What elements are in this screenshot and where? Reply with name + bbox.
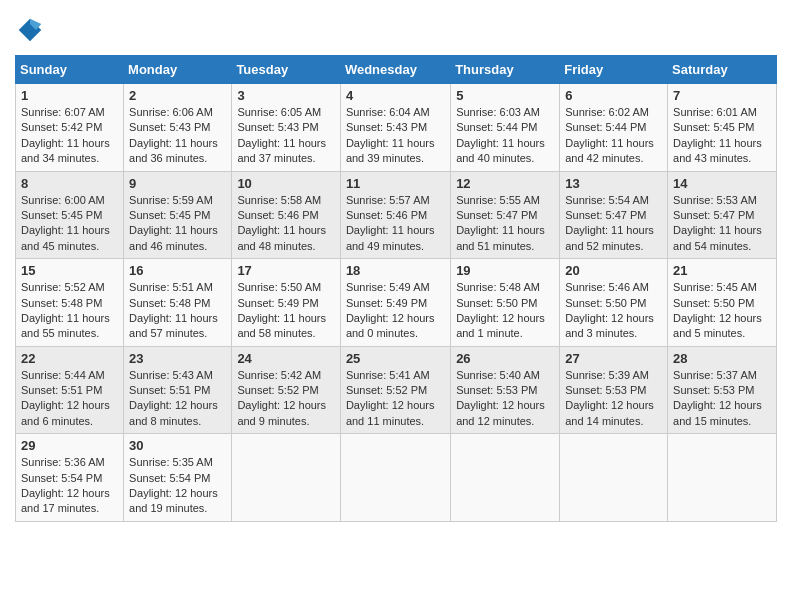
day-info: Sunrise: 5:37 AMSunset: 5:53 PMDaylight:… xyxy=(673,368,771,430)
day-info: Sunrise: 5:44 AMSunset: 5:51 PMDaylight:… xyxy=(21,368,118,430)
calendar-week-5: 29 Sunrise: 5:36 AMSunset: 5:54 PMDaylig… xyxy=(16,434,777,522)
day-number: 12 xyxy=(456,176,554,191)
calendar-cell: 24 Sunrise: 5:42 AMSunset: 5:52 PMDaylig… xyxy=(232,346,341,434)
calendar-table: SundayMondayTuesdayWednesdayThursdayFrid… xyxy=(15,55,777,522)
day-info: Sunrise: 6:00 AMSunset: 5:45 PMDaylight:… xyxy=(21,193,118,255)
calendar-week-3: 15 Sunrise: 5:52 AMSunset: 5:48 PMDaylig… xyxy=(16,259,777,347)
day-number: 1 xyxy=(21,88,118,103)
calendar-cell: 5 Sunrise: 6:03 AMSunset: 5:44 PMDayligh… xyxy=(451,84,560,172)
day-number: 22 xyxy=(21,351,118,366)
day-info: Sunrise: 5:50 AMSunset: 5:49 PMDaylight:… xyxy=(237,280,335,342)
calendar-cell: 12 Sunrise: 5:55 AMSunset: 5:47 PMDaylig… xyxy=(451,171,560,259)
calendar-cell: 29 Sunrise: 5:36 AMSunset: 5:54 PMDaylig… xyxy=(16,434,124,522)
day-number: 13 xyxy=(565,176,662,191)
day-info: Sunrise: 5:51 AMSunset: 5:48 PMDaylight:… xyxy=(129,280,226,342)
day-number: 7 xyxy=(673,88,771,103)
calendar-cell xyxy=(451,434,560,522)
day-header-friday: Friday xyxy=(560,56,668,84)
day-number: 21 xyxy=(673,263,771,278)
logo-icon xyxy=(15,15,45,45)
calendar-cell: 7 Sunrise: 6:01 AMSunset: 5:45 PMDayligh… xyxy=(668,84,777,172)
calendar-cell: 27 Sunrise: 5:39 AMSunset: 5:53 PMDaylig… xyxy=(560,346,668,434)
calendar-header-row: SundayMondayTuesdayWednesdayThursdayFrid… xyxy=(16,56,777,84)
day-number: 17 xyxy=(237,263,335,278)
day-number: 15 xyxy=(21,263,118,278)
day-info: Sunrise: 5:35 AMSunset: 5:54 PMDaylight:… xyxy=(129,455,226,517)
calendar-cell: 26 Sunrise: 5:40 AMSunset: 5:53 PMDaylig… xyxy=(451,346,560,434)
day-info: Sunrise: 5:53 AMSunset: 5:47 PMDaylight:… xyxy=(673,193,771,255)
day-info: Sunrise: 5:40 AMSunset: 5:53 PMDaylight:… xyxy=(456,368,554,430)
calendar-cell: 25 Sunrise: 5:41 AMSunset: 5:52 PMDaylig… xyxy=(340,346,450,434)
calendar-cell: 28 Sunrise: 5:37 AMSunset: 5:53 PMDaylig… xyxy=(668,346,777,434)
day-header-tuesday: Tuesday xyxy=(232,56,341,84)
day-info: Sunrise: 5:43 AMSunset: 5:51 PMDaylight:… xyxy=(129,368,226,430)
day-info: Sunrise: 6:04 AMSunset: 5:43 PMDaylight:… xyxy=(346,105,445,167)
day-number: 10 xyxy=(237,176,335,191)
day-info: Sunrise: 6:07 AMSunset: 5:42 PMDaylight:… xyxy=(21,105,118,167)
calendar-cell xyxy=(340,434,450,522)
day-info: Sunrise: 5:45 AMSunset: 5:50 PMDaylight:… xyxy=(673,280,771,342)
day-info: Sunrise: 5:39 AMSunset: 5:53 PMDaylight:… xyxy=(565,368,662,430)
day-info: Sunrise: 5:41 AMSunset: 5:52 PMDaylight:… xyxy=(346,368,445,430)
logo xyxy=(15,15,49,45)
day-number: 2 xyxy=(129,88,226,103)
day-number: 5 xyxy=(456,88,554,103)
calendar-cell: 30 Sunrise: 5:35 AMSunset: 5:54 PMDaylig… xyxy=(124,434,232,522)
day-number: 26 xyxy=(456,351,554,366)
calendar-cell: 14 Sunrise: 5:53 AMSunset: 5:47 PMDaylig… xyxy=(668,171,777,259)
day-info: Sunrise: 6:01 AMSunset: 5:45 PMDaylight:… xyxy=(673,105,771,167)
day-info: Sunrise: 5:36 AMSunset: 5:54 PMDaylight:… xyxy=(21,455,118,517)
calendar-week-2: 8 Sunrise: 6:00 AMSunset: 5:45 PMDayligh… xyxy=(16,171,777,259)
day-info: Sunrise: 5:48 AMSunset: 5:50 PMDaylight:… xyxy=(456,280,554,342)
day-number: 24 xyxy=(237,351,335,366)
day-header-monday: Monday xyxy=(124,56,232,84)
day-number: 30 xyxy=(129,438,226,453)
day-info: Sunrise: 6:06 AMSunset: 5:43 PMDaylight:… xyxy=(129,105,226,167)
day-info: Sunrise: 6:03 AMSunset: 5:44 PMDaylight:… xyxy=(456,105,554,167)
calendar-cell xyxy=(668,434,777,522)
calendar-week-1: 1 Sunrise: 6:07 AMSunset: 5:42 PMDayligh… xyxy=(16,84,777,172)
day-info: Sunrise: 5:54 AMSunset: 5:47 PMDaylight:… xyxy=(565,193,662,255)
day-info: Sunrise: 6:05 AMSunset: 5:43 PMDaylight:… xyxy=(237,105,335,167)
calendar-cell: 2 Sunrise: 6:06 AMSunset: 5:43 PMDayligh… xyxy=(124,84,232,172)
calendar-cell: 4 Sunrise: 6:04 AMSunset: 5:43 PMDayligh… xyxy=(340,84,450,172)
day-number: 4 xyxy=(346,88,445,103)
day-number: 14 xyxy=(673,176,771,191)
calendar-cell xyxy=(232,434,341,522)
day-number: 23 xyxy=(129,351,226,366)
day-info: Sunrise: 5:49 AMSunset: 5:49 PMDaylight:… xyxy=(346,280,445,342)
calendar-cell: 9 Sunrise: 5:59 AMSunset: 5:45 PMDayligh… xyxy=(124,171,232,259)
day-header-saturday: Saturday xyxy=(668,56,777,84)
day-number: 6 xyxy=(565,88,662,103)
day-info: Sunrise: 5:52 AMSunset: 5:48 PMDaylight:… xyxy=(21,280,118,342)
day-number: 3 xyxy=(237,88,335,103)
day-info: Sunrise: 6:02 AMSunset: 5:44 PMDaylight:… xyxy=(565,105,662,167)
calendar-cell: 1 Sunrise: 6:07 AMSunset: 5:42 PMDayligh… xyxy=(16,84,124,172)
day-number: 18 xyxy=(346,263,445,278)
calendar-cell: 8 Sunrise: 6:00 AMSunset: 5:45 PMDayligh… xyxy=(16,171,124,259)
calendar-cell: 10 Sunrise: 5:58 AMSunset: 5:46 PMDaylig… xyxy=(232,171,341,259)
calendar-cell: 18 Sunrise: 5:49 AMSunset: 5:49 PMDaylig… xyxy=(340,259,450,347)
day-info: Sunrise: 5:57 AMSunset: 5:46 PMDaylight:… xyxy=(346,193,445,255)
day-number: 19 xyxy=(456,263,554,278)
calendar-cell: 21 Sunrise: 5:45 AMSunset: 5:50 PMDaylig… xyxy=(668,259,777,347)
calendar-cell: 16 Sunrise: 5:51 AMSunset: 5:48 PMDaylig… xyxy=(124,259,232,347)
calendar-cell: 23 Sunrise: 5:43 AMSunset: 5:51 PMDaylig… xyxy=(124,346,232,434)
calendar-week-4: 22 Sunrise: 5:44 AMSunset: 5:51 PMDaylig… xyxy=(16,346,777,434)
day-info: Sunrise: 5:55 AMSunset: 5:47 PMDaylight:… xyxy=(456,193,554,255)
day-number: 20 xyxy=(565,263,662,278)
calendar-cell: 6 Sunrise: 6:02 AMSunset: 5:44 PMDayligh… xyxy=(560,84,668,172)
day-number: 28 xyxy=(673,351,771,366)
calendar-cell: 17 Sunrise: 5:50 AMSunset: 5:49 PMDaylig… xyxy=(232,259,341,347)
page-header xyxy=(15,15,777,45)
calendar-cell: 3 Sunrise: 6:05 AMSunset: 5:43 PMDayligh… xyxy=(232,84,341,172)
calendar-cell: 15 Sunrise: 5:52 AMSunset: 5:48 PMDaylig… xyxy=(16,259,124,347)
calendar-cell: 20 Sunrise: 5:46 AMSunset: 5:50 PMDaylig… xyxy=(560,259,668,347)
day-info: Sunrise: 5:58 AMSunset: 5:46 PMDaylight:… xyxy=(237,193,335,255)
calendar-cell: 11 Sunrise: 5:57 AMSunset: 5:46 PMDaylig… xyxy=(340,171,450,259)
day-info: Sunrise: 5:59 AMSunset: 5:45 PMDaylight:… xyxy=(129,193,226,255)
day-number: 9 xyxy=(129,176,226,191)
day-header-sunday: Sunday xyxy=(16,56,124,84)
day-number: 27 xyxy=(565,351,662,366)
calendar-cell xyxy=(560,434,668,522)
